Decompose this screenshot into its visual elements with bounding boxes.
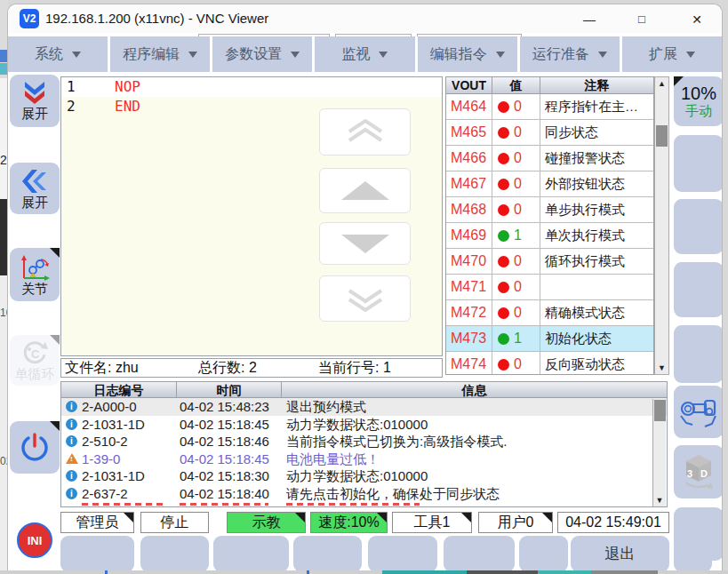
- log-panel[interactable]: 日志编号 时间 信息 i2-A000-004-02 15:48:23退出预约模式…: [60, 381, 668, 507]
- bottom-blank-button-1[interactable]: [140, 536, 209, 570]
- scroll-top-button[interactable]: [319, 108, 411, 155]
- info-icon: i: [66, 435, 77, 447]
- bottom-blank-button-5[interactable]: [444, 536, 515, 570]
- menu-item-6[interactable]: 扩展: [622, 36, 722, 72]
- bottom-blank-button-0[interactable]: [60, 536, 134, 570]
- teach-mode-button[interactable]: 示教: [227, 512, 306, 533]
- menu-item-2[interactable]: 参数设置: [212, 36, 312, 72]
- vout-row-M467[interactable]: M4670外部按钮状态: [446, 171, 653, 197]
- button-label: 关节: [21, 281, 48, 296]
- svg-text:3: 3: [687, 468, 692, 479]
- vout-value-cell: 1: [492, 326, 540, 351]
- vout-row-M469[interactable]: M4691单次执行模式: [446, 223, 653, 249]
- log-row[interactable]: i2-637-204-02 15:18:40请先点击初始化，确保处于同步状态: [61, 485, 667, 503]
- vout-row-M473[interactable]: M4731初始化状态: [446, 326, 653, 352]
- scroll-down-arrow-icon[interactable]: ▼: [655, 362, 668, 374]
- scroll-bottom-button[interactable]: [319, 275, 411, 322]
- scroll-up-button[interactable]: [319, 168, 411, 213]
- vout-value-cell: 0: [492, 352, 540, 375]
- speed-button[interactable]: 速度:10%: [310, 512, 388, 533]
- menu-item-1[interactable]: 程序编辑: [110, 36, 210, 72]
- log-scrollbar[interactable]: ▼: [652, 399, 666, 506]
- bottom-blank-button-3[interactable]: [293, 536, 362, 570]
- vout-row-M472[interactable]: M4720精确模式状态: [446, 300, 653, 326]
- log-row[interactable]: i2-1031-1D04-02 15:18:45动力学数据状态:010000: [61, 416, 667, 434]
- vout-value-cell: 0: [492, 94, 540, 119]
- vout-row-M466[interactable]: M4660碰撞报警状态: [446, 146, 653, 171]
- vout-table[interactable]: VOUT 值 注释 M4640程序指针在主…M4650同步状态M4660碰撞报警…: [445, 76, 654, 375]
- code-line[interactable]: 1NOP: [61, 77, 442, 97]
- expand-left-button[interactable]: 展开: [10, 163, 60, 214]
- speed-mode-button[interactable]: 10% 手动: [674, 76, 723, 126]
- vout-row-M464[interactable]: M4640程序指针在主…: [446, 94, 653, 120]
- background-text-fragment: 2: [0, 153, 7, 167]
- current-line: 当前行号: 1: [318, 359, 391, 378]
- status-label: 管理员: [76, 514, 119, 532]
- single-cycle-button: C 单循环: [10, 335, 60, 386]
- exit-button[interactable]: 退出: [571, 536, 669, 570]
- vout-value-cell: 0: [492, 120, 540, 145]
- scroll-up-arrow-icon[interactable]: ▲: [655, 77, 668, 90]
- bottom-blank-button-8[interactable]: [674, 536, 712, 570]
- view-3d-button[interactable]: 3 D: [674, 445, 723, 498]
- log-row-clipped: [61, 502, 648, 507]
- log-message: 退出预约模式: [286, 399, 366, 416]
- vout-row-M465[interactable]: M4650同步状态: [446, 120, 653, 146]
- side-blank-button-1[interactable]: [674, 135, 723, 192]
- log-row[interactable]: i2-1031-1D04-02 15:18:30动力学数据状态:010000: [61, 467, 667, 485]
- menu-item-5[interactable]: 运行准备: [520, 36, 620, 72]
- bottom-blank-button-4[interactable]: [368, 536, 437, 570]
- bottom-blank-button-2[interactable]: [213, 536, 289, 570]
- power-button[interactable]: [10, 421, 60, 474]
- vout-comment: 初始化状态: [540, 326, 653, 351]
- clipped-text-fragment: [82, 503, 166, 506]
- scrollbar-thumb[interactable]: [656, 125, 668, 147]
- scrollbar-thumb[interactable]: [654, 400, 666, 421]
- side-blank-button-4[interactable]: [674, 325, 723, 383]
- gamepad-button[interactable]: [674, 386, 723, 438]
- chevron-down-icon: [598, 52, 607, 58]
- minimize-button[interactable]: —: [577, 10, 602, 28]
- chevron-down-icon: [686, 52, 695, 58]
- maximize-button[interactable]: □: [629, 10, 654, 28]
- ini-button[interactable]: INI: [10, 509, 60, 570]
- vout-value-cell: 0: [492, 146, 540, 171]
- log-row[interactable]: i2-510-204-02 15:18:46当前指令模式已切换为:高级指令模式.: [61, 433, 667, 450]
- joint-mode-button[interactable]: 关节: [10, 248, 60, 301]
- menu-item-4[interactable]: 编辑指令: [418, 36, 517, 72]
- ini-icon: INI: [17, 522, 52, 558]
- vnc-logo-icon: V2: [20, 9, 39, 28]
- title-bar[interactable]: V2 192.168.1.200 (x11vnc) - VNC Viewer —…: [8, 4, 722, 33]
- log-time: 04-02 15:18:45: [180, 417, 269, 432]
- vout-row-M468[interactable]: M4680单步执行模式: [446, 197, 653, 223]
- vout-name: M469: [446, 223, 492, 248]
- taskbar-fragment: [105, 570, 108, 574]
- scroll-down-arrow-icon[interactable]: ▼: [653, 494, 666, 506]
- vout-row-M470[interactable]: M4700循环执行模式: [446, 249, 653, 275]
- vout-value: 1: [514, 227, 522, 243]
- program-editor[interactable]: 1NOP2END: [60, 76, 443, 356]
- bottom-blank-button-6[interactable]: [519, 536, 568, 570]
- stop-button[interactable]: 停止: [140, 512, 209, 533]
- vout-scrollbar[interactable]: ▲ ▼: [654, 76, 669, 375]
- user-role-button[interactable]: 管理员: [60, 512, 134, 533]
- double-chevron-left-icon: [20, 168, 50, 195]
- menu-item-3[interactable]: 监视: [315, 36, 414, 72]
- instruction: END: [115, 97, 140, 116]
- log-row[interactable]: 1-39-004-02 15:18:45电池电量过低！: [61, 450, 667, 468]
- side-blank-button-3[interactable]: [674, 262, 723, 317]
- tool-button[interactable]: 工具1: [392, 512, 472, 533]
- log-message: 当前指令模式已切换为:高级指令模式.: [286, 434, 507, 450]
- log-row[interactable]: i2-A000-004-02 15:48:23退出预约模式: [61, 398, 667, 416]
- scroll-down-button[interactable]: [319, 222, 411, 265]
- close-button[interactable]: ✕: [684, 10, 709, 28]
- side-blank-button-2[interactable]: [674, 199, 723, 254]
- vout-row-M471[interactable]: M4710: [446, 275, 653, 300]
- vout-row-M474[interactable]: M4740反向驱动状态: [446, 352, 653, 375]
- expand-down-button[interactable]: 展开: [10, 75, 60, 127]
- menu-item-0[interactable]: 系统: [8, 36, 108, 72]
- log-time: 04-02 15:18:45: [180, 451, 269, 466]
- warning-triangle-icon: [66, 453, 78, 464]
- vout-comment: 单次执行模式: [540, 223, 653, 248]
- user-frame-button[interactable]: 用户0: [478, 512, 553, 533]
